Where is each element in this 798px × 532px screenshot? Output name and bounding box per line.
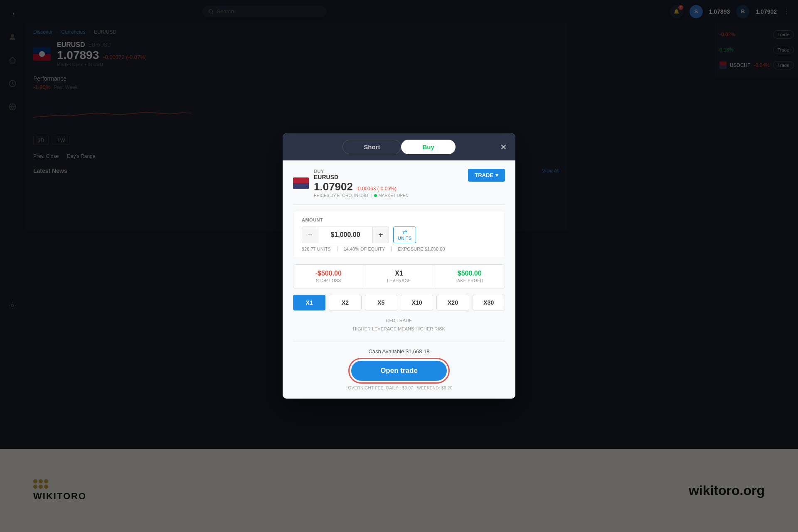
trade-modal: Short Buy ✕ BUY EURUSD 1.07902 [283,133,515,319]
amount-section: AMOUNT − $1,000.00 + ⇄ UNITS 926.77 UNIT… [293,211,505,258]
modal-tabs: Short Buy ✕ [283,133,515,160]
lev-btn-x10[interactable]: X10 [401,295,433,310]
stop-loss-value: -$500.00 [300,270,357,277]
amount-value-display: $1,000.00 [318,227,372,243]
trade-dropdown-btn[interactable]: TRADE ▾ [468,169,505,182]
equity-pct: 14.40% OF EQUITY [344,246,392,251]
lev-btn-x2[interactable]: X2 [329,295,361,310]
leverage-label: LEVERAGE [370,278,428,283]
modal-asset-left: BUY EURUSD 1.07902 -0.00063 (-0.06%) PRI… [293,169,409,198]
lev-btn-x20[interactable]: X20 [436,295,469,310]
cfd-line1: CFD TRADE [293,317,505,319]
exposure: EXPOSURE $1,000.00 [398,246,445,251]
tab-short[interactable]: Short [342,140,401,154]
cfd-notice: CFD TRADE HIGHER LEVERAGE MEANS HIGHER R… [293,317,505,319]
chevron-down-icon: ▾ [495,172,498,178]
lev-btn-x30[interactable]: X30 [473,295,505,310]
stop-loss-param[interactable]: -$500.00 STOP LOSS [293,265,364,288]
units-toggle-btn[interactable]: ⇄ UNITS [393,227,416,243]
units-count: 926.77 UNITS [302,246,337,251]
modal-price: 1.07902 [314,180,353,193]
amount-label: AMOUNT [302,217,496,222]
tab-buy[interactable]: Buy [401,140,455,154]
market-open-dot [374,194,377,197]
amount-meta: 926.77 UNITS 14.40% OF EQUITY EXPOSURE $… [302,246,496,251]
leverage-buttons: X1 X2 X5 X10 X20 X30 [293,295,505,310]
take-profit-label: TAKE PROFIT [441,278,498,283]
modal-price-meta-text: PRICES BY ETORO, IN USD [314,193,368,198]
trade-params: -$500.00 STOP LOSS X1 LEVERAGE $500.00 T… [293,264,505,288]
lev-btn-x1[interactable]: X1 [293,295,325,310]
modal-market-open: MARKET OPEN [374,193,409,198]
close-button[interactable]: ✕ [500,142,507,152]
modal-flag [293,177,309,189]
modal-body: BUY EURUSD 1.07902 -0.00063 (-0.06%) PRI… [283,160,515,319]
modal-divider-1 [293,204,505,204]
modal-price-change: -0.00063 (-0.06%) [356,186,397,192]
modal-asset-name: EURUSD [314,174,409,180]
modal-asset-info: BUY EURUSD 1.07902 -0.00063 (-0.06%) PRI… [293,169,505,198]
take-profit-value: $500.00 [441,270,498,277]
amount-increase-btn[interactable]: + [372,227,389,243]
modal-price-meta: PRICES BY ETORO, IN USD | MARKET OPEN [314,193,409,198]
modal-buy-label: BUY [314,169,409,174]
amount-controls: − $1,000.00 + ⇄ UNITS [302,227,496,243]
amount-decrease-btn[interactable]: − [302,227,318,243]
leverage-value: X1 [370,270,428,277]
take-profit-param[interactable]: $500.00 TAKE PROFIT [434,265,505,288]
stop-loss-label: STOP LOSS [300,278,357,283]
modal-asset-text: BUY EURUSD 1.07902 -0.00063 (-0.06%) PRI… [314,169,409,198]
leverage-param[interactable]: X1 LEVERAGE [364,265,434,288]
modal-overlay: Short Buy ✕ BUY EURUSD 1.07902 [0,0,568,319]
units-arrows-icon: ⇄ [402,229,407,235]
lev-btn-x5[interactable]: X5 [365,295,397,310]
